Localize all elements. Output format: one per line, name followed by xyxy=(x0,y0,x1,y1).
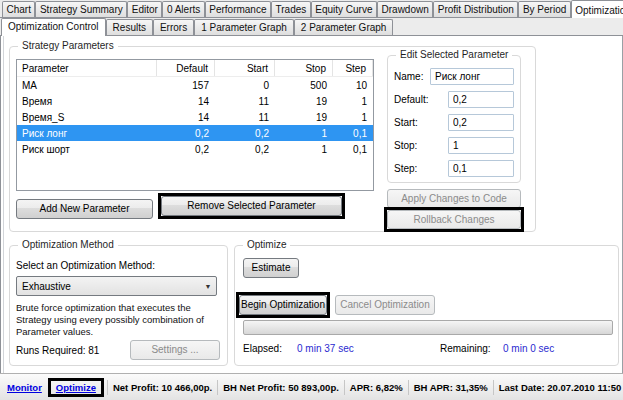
select-method-label: Select an Optimization Method: xyxy=(16,260,155,271)
tab-chart[interactable]: Chart xyxy=(2,1,35,17)
table-row[interactable]: Время 14 11 19 1 xyxy=(17,93,373,109)
tab-alerts[interactable]: 0 Alerts xyxy=(162,1,204,17)
begin-optimization-button[interactable]: Begin Optimization xyxy=(239,295,327,315)
column-header-default[interactable]: Default xyxy=(157,60,215,76)
tab-optimization-control[interactable]: Optimization Control xyxy=(1,18,106,36)
apply-changes-button[interactable]: Apply Changes to Code xyxy=(387,189,521,208)
param-stop: 19 xyxy=(275,96,333,107)
tab-2-parameter-graph[interactable]: 2 Parameter Graph xyxy=(294,19,394,35)
tab-editor[interactable]: Editor xyxy=(127,1,162,17)
tab-drawdown[interactable]: Drawdown xyxy=(377,1,433,17)
tab-optimization[interactable]: Optimization xyxy=(571,0,623,18)
cancel-optimization-button[interactable]: Cancel Optimization xyxy=(335,295,435,315)
parameters-table: Parameter Default Start Stop Step MA 157… xyxy=(16,59,374,191)
tab-by-period[interactable]: By Period xyxy=(518,1,570,17)
param-default: 0,2 xyxy=(157,144,215,155)
annotation-box-begin: Begin Optimization xyxy=(236,292,330,318)
param-default: 157 xyxy=(157,80,215,91)
tab-equity-curve[interactable]: Equity Curve xyxy=(311,1,377,17)
edit-selected-parameter-group: Edit Selected Parameter Name: Default: S… xyxy=(387,55,521,183)
selected-method: Exhaustive xyxy=(17,281,200,292)
tab-strategy-summary[interactable]: Strategy Summary xyxy=(35,1,127,17)
param-start: 0 xyxy=(215,80,275,91)
bh-net-profit-value: BH Net Profit: 50 893,00р. xyxy=(219,382,343,393)
remaining-value: 0 min 0 sec xyxy=(503,343,554,354)
table-row[interactable]: Время_S 14 11 19 1 xyxy=(17,109,373,125)
elapsed-value: 0 min 37 sec xyxy=(297,343,354,354)
remove-selected-parameter-button[interactable]: Remove Selected Parameter xyxy=(161,196,342,216)
column-header-parameter[interactable]: Parameter xyxy=(17,60,157,76)
status-bar: Monitor Optimize Net Profit: 10 466,00р.… xyxy=(0,373,623,400)
param-start: 0,2 xyxy=(215,128,275,139)
method-description: Brute force optimization that executes t… xyxy=(16,302,224,338)
param-name: MA xyxy=(17,80,157,91)
default-field[interactable] xyxy=(448,91,514,108)
param-name: Время xyxy=(17,96,157,107)
table-row-selected[interactable]: Риск лонг 0,2 0,2 1 0,1 xyxy=(17,125,373,141)
start-field[interactable] xyxy=(448,114,514,131)
param-name: Риск лонг xyxy=(17,128,157,139)
param-step: 10 xyxy=(333,80,373,91)
step-field[interactable] xyxy=(448,160,514,177)
optimize-link[interactable]: Optimize xyxy=(54,382,98,393)
column-header-stop[interactable]: Stop xyxy=(275,60,333,76)
estimate-button[interactable]: Estimate xyxy=(243,258,299,278)
param-step: 1 xyxy=(333,96,373,107)
net-profit-value: Net Profit: 10 466,00р. xyxy=(109,382,216,393)
apr-value: APR: 6,82% xyxy=(346,382,407,393)
annotation-box-remove: Remove Selected Parameter xyxy=(158,193,345,219)
tab-trades[interactable]: Trades xyxy=(271,1,311,17)
param-step: 1 xyxy=(333,112,373,123)
strategy-parameters-group: Strategy Parameters Parameter Default St… xyxy=(9,46,536,232)
tab-performance[interactable]: Performance xyxy=(205,1,271,17)
param-default: 14 xyxy=(157,112,215,123)
annotation-box-optimize-link: Optimize xyxy=(48,378,104,397)
name-field[interactable] xyxy=(430,68,514,85)
tab-errors[interactable]: Errors xyxy=(153,19,194,35)
optimization-window: Chart Strategy Summary Editor 0 Alerts P… xyxy=(0,0,623,400)
table-row[interactable]: Риск шорт 0,2 0,2 1 0,1 xyxy=(17,141,373,157)
param-start: 11 xyxy=(215,112,275,123)
optimize-title: Optimize xyxy=(243,239,290,250)
status-separator xyxy=(493,380,494,395)
param-stop: 500 xyxy=(275,80,333,91)
column-header-start[interactable]: Start xyxy=(215,60,275,76)
main-tab-bar: Chart Strategy Summary Editor 0 Alerts P… xyxy=(0,0,623,18)
optimize-group: Optimize Estimate Begin Optimization Can… xyxy=(234,245,619,366)
elapsed-label: Elapsed: xyxy=(243,343,282,354)
param-default: 14 xyxy=(157,96,215,107)
edit-selected-parameter-title: Edit Selected Parameter xyxy=(396,49,512,60)
status-separator xyxy=(217,380,218,395)
param-stop: 1 xyxy=(275,144,333,155)
tab-1-parameter-graph[interactable]: 1 Parameter Graph xyxy=(194,19,294,35)
runs-required-label: Runs Required: 81 xyxy=(16,345,99,356)
param-default: 0,2 xyxy=(157,128,215,139)
optimization-control-panel: Strategy Parameters Parameter Default St… xyxy=(0,36,623,373)
status-separator xyxy=(107,380,108,395)
step-label: Step: xyxy=(394,163,417,174)
last-date-value: Last Date: 20.07.2010 11:50 xyxy=(495,382,623,393)
add-new-parameter-button[interactable]: Add New Parameter xyxy=(16,199,153,219)
monitor-link[interactable]: Monitor xyxy=(3,382,46,393)
default-label: Default: xyxy=(394,94,428,105)
parameters-table-header: Parameter Default Start Stop Step xyxy=(17,60,373,77)
column-header-step[interactable]: Step xyxy=(333,60,373,76)
optimization-progress-bar xyxy=(243,320,613,335)
param-start: 0,2 xyxy=(215,144,275,155)
settings-button[interactable]: Settings ... xyxy=(130,340,220,360)
param-step: 0,1 xyxy=(333,144,373,155)
sub-tab-bar: Optimization Control Results Errors 1 Pa… xyxy=(0,18,623,36)
tab-profit-distribution[interactable]: Profit Distribution xyxy=(433,1,518,17)
optimization-method-group: Optimization Method Select an Optimizati… xyxy=(9,245,228,366)
stop-label: Stop: xyxy=(394,140,417,151)
table-row[interactable]: MA 157 0 500 10 xyxy=(17,77,373,93)
chevron-down-icon: ▼ xyxy=(200,283,216,290)
rollback-changes-button[interactable]: Rollback Changes xyxy=(387,210,521,229)
param-stop: 1 xyxy=(275,128,333,139)
optimization-method-dropdown[interactable]: Exhaustive ▼ xyxy=(16,276,217,296)
tab-results[interactable]: Results xyxy=(106,19,153,35)
stop-field[interactable] xyxy=(448,137,514,154)
start-label: Start: xyxy=(394,117,418,128)
param-stop: 19 xyxy=(275,112,333,123)
strategy-parameters-title: Strategy Parameters xyxy=(18,40,118,51)
